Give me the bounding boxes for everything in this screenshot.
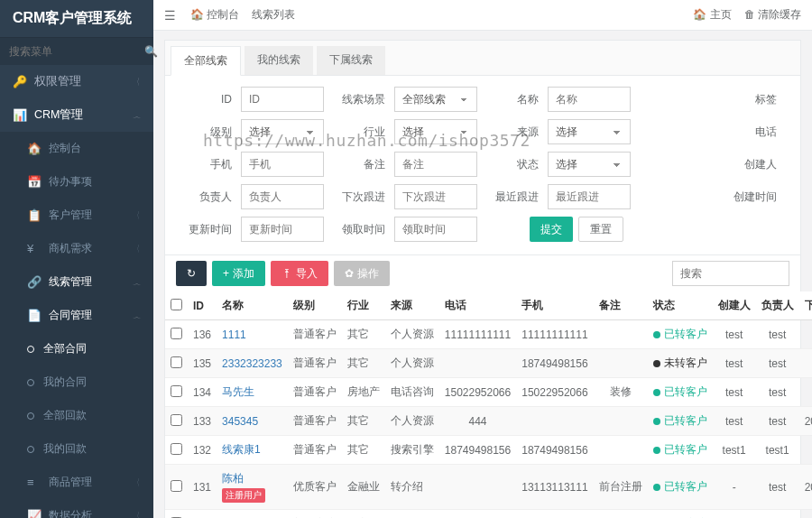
table-search-input[interactable] — [672, 261, 789, 286]
input-lastfollow[interactable] — [548, 184, 631, 209]
tab[interactable]: 我的线索 — [245, 46, 313, 75]
cell-remark: 222 — [594, 510, 648, 519]
name-link[interactable]: 1111 — [222, 328, 246, 341]
sidebar-subitem[interactable]: ≡商品管理〈 — [0, 466, 153, 499]
input-name[interactable] — [548, 87, 631, 112]
input-utime[interactable] — [241, 217, 324, 242]
cell-industry: 其它 — [342, 436, 385, 465]
sidebar-subitem-leaf[interactable]: 我的回款 — [0, 432, 153, 466]
label-name: 名称 — [486, 92, 548, 107]
cell-name: 线索康1 — [217, 436, 288, 465]
sidebar-subitem[interactable]: 📅待办事项 — [0, 165, 153, 199]
label-remark: 备注 — [333, 157, 394, 172]
name-link[interactable]: 线索康1 — [222, 443, 261, 456]
table-row: 134马先生普通客户房地产电话咨询1502295206615022952066装… — [165, 378, 812, 407]
select-scene[interactable]: 全部线索 — [394, 87, 477, 112]
input-gettime[interactable] — [394, 217, 477, 242]
sidebar-subitem[interactable]: 📄合同管理〈 — [0, 299, 153, 332]
cell-creator: test1 — [713, 436, 756, 465]
tab[interactable]: 下属线索 — [317, 46, 385, 75]
cell-status: 已转客户 — [648, 510, 713, 519]
bullet-icon — [27, 379, 34, 386]
clear-cache-link[interactable]: 🗑 清除缓存 — [744, 7, 801, 23]
input-mobile[interactable] — [241, 152, 324, 177]
submit-button[interactable]: 提交 — [530, 217, 573, 242]
crumb-dashboard[interactable]: 🏠 控制台 — [190, 7, 239, 23]
sidebar-subitem-leaf[interactable]: 我的合同 — [0, 365, 153, 399]
cell-owner: test — [756, 320, 799, 349]
cell-owner: test — [756, 407, 799, 436]
reset-button[interactable]: 重置 — [578, 217, 623, 242]
select-status[interactable]: 选择 — [548, 152, 631, 177]
add-button[interactable]: +添加 — [212, 261, 265, 286]
home-link[interactable]: 🏠 主页 — [693, 7, 731, 23]
label-scene: 线索场景 — [333, 92, 394, 107]
cell-source: 个人资源 — [385, 320, 439, 349]
menu-label: 控制台 — [49, 141, 81, 156]
cell-id: 136 — [188, 320, 217, 349]
cell-owner: test — [756, 465, 799, 510]
chevron-icon: 〈 — [130, 312, 143, 319]
input-owner[interactable] — [241, 184, 324, 209]
status-dot-icon — [653, 447, 660, 454]
label-gettime: 领取时间 — [333, 222, 394, 237]
name-link[interactable]: 2332323233 — [222, 357, 282, 370]
label-id: ID — [180, 93, 241, 106]
table-row: 1352332323233普通客户其它个人资源18749498156未转客户te… — [165, 349, 812, 378]
status-dot-icon — [653, 331, 660, 338]
cell-id: 133 — [188, 407, 217, 436]
row-checkbox[interactable] — [171, 480, 182, 492]
menu-search-input[interactable] — [9, 45, 144, 58]
row-checkbox[interactable] — [171, 385, 182, 397]
sidebar-subitem-leaf[interactable]: 全部回款 — [0, 399, 153, 432]
sidebar-subitem[interactable]: 🔗线索管理〈 — [0, 265, 153, 299]
row-checkbox[interactable] — [171, 356, 182, 368]
cell-industry: 其它 — [342, 349, 385, 378]
sidebar-subitem-leaf[interactable]: 全部合同 — [0, 332, 153, 365]
label-owner: 负责人 — [180, 190, 241, 205]
ops-button[interactable]: ✿操作 — [334, 261, 390, 286]
menu-label: 线索管理 — [49, 274, 92, 290]
sidebar-subitem[interactable]: 🏠控制台 — [0, 132, 153, 165]
sidebar-item[interactable]: 📊CRM管理〈 — [0, 98, 153, 132]
cell-tel — [439, 465, 516, 510]
cell-name: 黄 — [217, 510, 288, 519]
select-level[interactable]: 选择 — [241, 119, 324, 144]
name-link[interactable]: 陈柏 — [222, 472, 244, 485]
sidebar-item[interactable]: 🔑权限管理〈 — [0, 65, 153, 98]
row-checkbox[interactable] — [171, 414, 182, 426]
table-row: 132线索康1普通客户其它搜索引擎1874949815618749498156已… — [165, 436, 812, 465]
refresh-button[interactable]: ↻ — [176, 261, 207, 286]
label-status: 状态 — [486, 157, 548, 172]
sidebar-subitem[interactable]: ¥商机需求〈 — [0, 232, 153, 265]
import-button[interactable]: ⭱导入 — [271, 261, 328, 286]
label-industry: 行业 — [333, 125, 394, 140]
cell-level: 普通客户 — [288, 320, 342, 349]
select-industry[interactable]: 选择 — [394, 119, 477, 144]
cell-name: 2332323233 — [217, 349, 288, 378]
cell-remark: 装修 — [594, 378, 648, 407]
row-checkbox[interactable] — [171, 328, 182, 339]
col-header: 名称 — [217, 291, 288, 320]
cell-industry: 房地产 — [342, 378, 385, 407]
hamburger-icon[interactable]: ☰ — [164, 8, 176, 23]
toolbar: ↻ +添加 ⭱导入 ✿操作 — [165, 254, 800, 291]
tab[interactable]: 全部线索 — [171, 46, 241, 76]
cell-id: 131 — [188, 465, 217, 510]
col-header: 电话 — [439, 291, 516, 320]
cell-creator: - — [713, 465, 756, 510]
chevron-icon: 〈 — [130, 112, 143, 118]
menu-search[interactable]: 🔍 — [0, 38, 153, 65]
input-id[interactable] — [241, 87, 324, 112]
select-source[interactable]: 选择 — [548, 119, 631, 144]
input-nextfollow[interactable] — [394, 184, 477, 209]
input-remark[interactable] — [394, 152, 477, 177]
row-checkbox[interactable] — [171, 443, 182, 455]
name-link[interactable]: 马先生 — [222, 385, 254, 398]
select-all-checkbox[interactable] — [171, 299, 182, 310]
sidebar-subitem[interactable]: 📋客户管理〈 — [0, 199, 153, 232]
sidebar-subitem[interactable]: 📈数据分析〈 — [0, 499, 153, 518]
status-dot-icon — [653, 484, 660, 491]
label-lastfollow: 最近跟进 — [486, 190, 548, 205]
name-link[interactable]: 345345 — [222, 415, 258, 428]
